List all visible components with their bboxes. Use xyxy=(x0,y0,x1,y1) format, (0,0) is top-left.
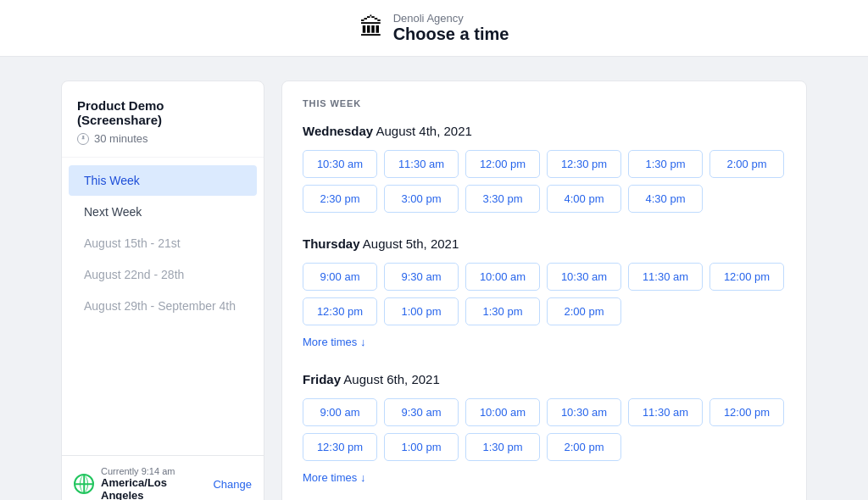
week-label: THIS WEEK xyxy=(303,98,786,108)
days-container: Wednesday August 4th, 202110:30 am11:30 … xyxy=(303,124,786,484)
change-timezone-button[interactable]: Change xyxy=(213,478,252,491)
right-panel: THIS WEEK Wednesday August 4th, 202110:3… xyxy=(281,81,807,500)
time-slot-2-6[interactable]: 12:30 pm xyxy=(303,433,377,461)
event-info: Product Demo (Screenshare) 30 minutes xyxy=(62,81,264,158)
timezone-name: America/Los Angeles xyxy=(101,476,206,500)
clock-icon xyxy=(77,133,89,145)
day-name-1: Thursday xyxy=(303,236,360,251)
time-grid-0: 10:30 am11:30 am12:00 pm12:30 pm1:30 pm2… xyxy=(303,150,786,213)
time-slot-0-2[interactable]: 12:00 pm xyxy=(465,150,540,178)
day-name-0: Wednesday xyxy=(303,124,373,138)
time-slot-2-5[interactable]: 12:00 pm xyxy=(709,398,784,426)
day-section-0: Wednesday August 4th, 202110:30 am11:30 … xyxy=(303,124,786,213)
day-date-0: August 4th, 2021 xyxy=(376,124,471,138)
week-list: This WeekNext WeekAugust 15th - 21stAugu… xyxy=(62,158,264,455)
time-slot-0-8[interactable]: 3:30 pm xyxy=(465,185,540,213)
week-item-aug22[interactable]: August 22nd - 28th xyxy=(69,259,257,290)
time-slot-2-4[interactable]: 11:30 am xyxy=(628,398,703,426)
day-section-1: Thursday August 5th, 20219:00 am9:30 am1… xyxy=(303,236,786,348)
time-slot-0-7[interactable]: 3:00 pm xyxy=(384,185,459,213)
time-slot-0-1[interactable]: 11:30 am xyxy=(384,150,459,178)
time-slot-0-10[interactable]: 4:30 pm xyxy=(628,185,703,213)
left-panel: Product Demo (Screenshare) 30 minutes Th… xyxy=(61,81,264,500)
time-slot-2-2[interactable]: 10:00 am xyxy=(465,398,540,426)
globe-icon xyxy=(74,474,94,494)
time-slot-1-8[interactable]: 1:30 pm xyxy=(465,297,540,325)
agency-name: Denoli Agency xyxy=(393,12,509,25)
page-header: 🏛 Denoli Agency Choose a time xyxy=(0,0,868,57)
event-title: Product Demo (Screenshare) xyxy=(77,98,248,127)
time-slot-0-5[interactable]: 2:00 pm xyxy=(709,150,784,178)
day-name-2: Friday xyxy=(303,372,341,386)
time-slot-1-2[interactable]: 10:00 am xyxy=(465,263,540,291)
time-grid-1: 9:00 am9:30 am10:00 am10:30 am11:30 am12… xyxy=(303,263,786,325)
time-slot-0-4[interactable]: 1:30 pm xyxy=(628,150,703,178)
time-slot-1-0[interactable]: 9:00 am xyxy=(303,263,377,291)
time-slot-1-3[interactable]: 10:30 am xyxy=(547,263,621,291)
header-text: Denoli Agency Choose a time xyxy=(393,12,509,44)
week-item-next-week[interactable]: Next Week xyxy=(69,197,257,227)
time-grid-2: 9:00 am9:30 am10:00 am10:30 am11:30 am12… xyxy=(303,398,786,461)
time-slot-2-3[interactable]: 10:30 am xyxy=(547,398,621,426)
event-duration-row: 30 minutes xyxy=(77,132,248,145)
day-heading-2: Friday August 6th, 2021 xyxy=(303,372,786,386)
time-slot-0-3[interactable]: 12:30 pm xyxy=(547,150,621,178)
agency-icon: 🏛 xyxy=(359,16,383,40)
time-slot-0-6[interactable]: 2:30 pm xyxy=(303,185,377,213)
day-date-1: August 5th, 2021 xyxy=(363,236,459,251)
week-item-aug29[interactable]: August 29th - September 4th xyxy=(69,291,257,321)
time-slot-2-7[interactable]: 1:00 pm xyxy=(384,433,459,461)
time-slot-1-7[interactable]: 1:00 pm xyxy=(384,297,459,325)
more-times-button-2[interactable]: More times ↓ xyxy=(303,471,365,484)
day-section-2: Friday August 6th, 20219:00 am9:30 am10:… xyxy=(303,372,786,484)
timezone-info: Currently 9:14 am America/Los Angeles xyxy=(101,466,206,500)
time-slot-0-9[interactable]: 4:00 pm xyxy=(547,185,621,213)
week-item-aug15[interactable]: August 15th - 21st xyxy=(69,228,257,258)
day-date-2: August 6th, 2021 xyxy=(343,372,439,386)
day-heading-1: Thursday August 5th, 2021 xyxy=(303,236,786,251)
week-item-this-week[interactable]: This Week xyxy=(69,165,257,196)
time-slot-1-6[interactable]: 12:30 pm xyxy=(303,297,377,325)
main-container: Product Demo (Screenshare) 30 minutes Th… xyxy=(27,57,841,500)
time-slot-1-4[interactable]: 11:30 am xyxy=(628,263,703,291)
timezone-current-time: Currently 9:14 am xyxy=(101,466,206,476)
more-times-button-1[interactable]: More times ↓ xyxy=(303,336,365,348)
time-slot-2-9[interactable]: 2:00 pm xyxy=(547,433,621,461)
timezone-bar: Currently 9:14 am America/Los Angeles Ch… xyxy=(62,455,264,500)
time-slot-1-5[interactable]: 12:00 pm xyxy=(709,263,784,291)
page-title: Choose a time xyxy=(393,25,509,44)
time-slot-1-9[interactable]: 2:00 pm xyxy=(547,297,621,325)
time-slot-1-1[interactable]: 9:30 am xyxy=(384,263,459,291)
day-heading-0: Wednesday August 4th, 2021 xyxy=(303,124,786,138)
time-slot-2-8[interactable]: 1:30 pm xyxy=(465,433,540,461)
time-slot-0-0[interactable]: 10:30 am xyxy=(303,150,377,178)
event-duration-label: 30 minutes xyxy=(94,132,148,145)
globe-oval xyxy=(80,475,88,492)
time-slot-2-0[interactable]: 9:00 am xyxy=(303,398,377,426)
time-slot-2-1[interactable]: 9:30 am xyxy=(384,398,459,426)
